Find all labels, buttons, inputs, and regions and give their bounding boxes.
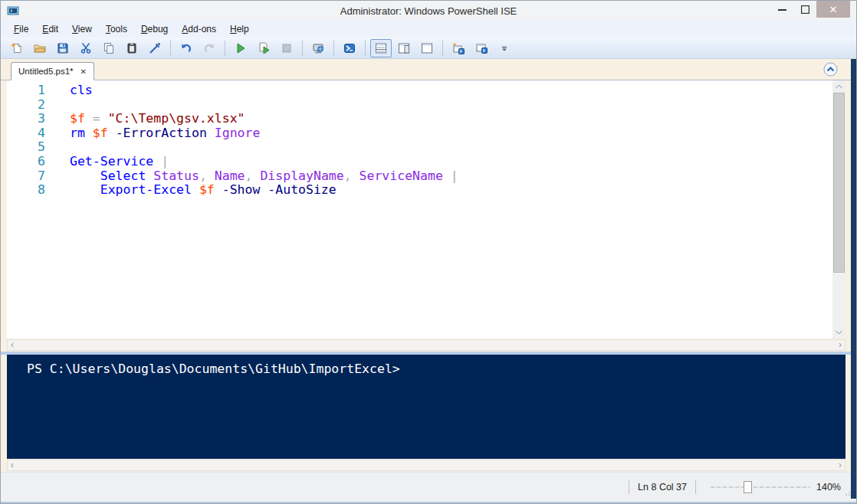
- stop-operation-button[interactable]: [276, 39, 297, 57]
- window-border-right: [851, 59, 856, 499]
- powershell-ise-window: Administrator: Windows PowerShell ISE ✕ …: [0, 0, 857, 504]
- editor-row: 1cls23$f = "C:\Temp\gsv.xlsx"4rm $f -Err…: [1, 80, 856, 339]
- status-bar: Ln 8 Col 37 140%: [1, 472, 856, 501]
- pstab-run-icon: [475, 42, 488, 54]
- powershell-ise-app-icon: [7, 5, 19, 17]
- run-script-button[interactable]: [230, 39, 251, 57]
- menu-add-ons[interactable]: Add-ons: [175, 22, 223, 36]
- menu-file[interactable]: File: [7, 22, 35, 36]
- editor-horizontal-scrollbar[interactable]: ‹ ›: [7, 339, 846, 351]
- code-line: 4rm $f -ErrorAction Ignore: [7, 126, 832, 141]
- minimize-button[interactable]: [770, 1, 793, 18]
- stop-icon: [281, 42, 293, 54]
- line-number: 6: [7, 155, 45, 169]
- new-powershell-tab-button[interactable]: [448, 39, 469, 57]
- undo-icon: [180, 42, 192, 54]
- console-pane[interactable]: PS C:\Users\Douglas\Documents\GitHub\Imp…: [7, 355, 846, 459]
- redo-button[interactable]: [199, 39, 220, 57]
- clear-console-pane-button[interactable]: [144, 39, 166, 57]
- remote-tab-icon: [312, 42, 324, 54]
- scroll-right-icon[interactable]: ›: [839, 460, 842, 470]
- menu-bar: FileEditViewToolsDebugAdd-onsHelp: [1, 21, 856, 38]
- toolbar-separator: [170, 41, 171, 56]
- statusbar-separator: [629, 480, 629, 494]
- zoom-slider[interactable]: [711, 480, 810, 494]
- zoom-slider-track[interactable]: [711, 486, 810, 488]
- menu-tools[interactable]: Tools: [99, 22, 134, 36]
- toolbar: [1, 38, 856, 59]
- zoom-slider-thumb[interactable]: [744, 481, 752, 493]
- scroll-right-icon[interactable]: ›: [839, 339, 842, 350]
- copy-button[interactable]: [98, 39, 120, 57]
- layout-top-icon: [375, 42, 387, 54]
- toolbar-separator: [302, 41, 303, 56]
- tab-untitled5[interactable]: Untitled5.ps1* ✕: [11, 62, 94, 80]
- code-line: 8 Export-Excel $f -Show -AutoSize: [7, 183, 832, 198]
- toolbar-overflow-button[interactable]: [494, 39, 515, 57]
- show-script-pane-maximized-button[interactable]: [416, 39, 438, 57]
- console-horizontal-scrollbar[interactable]: ‹ ›: [7, 460, 846, 471]
- copy-icon: [103, 42, 115, 54]
- collapse-script-pane-button[interactable]: [823, 62, 838, 77]
- menu-view[interactable]: View: [65, 22, 99, 36]
- start-powershell-exe-button[interactable]: [339, 39, 360, 57]
- cut-button[interactable]: [75, 39, 97, 57]
- new-remote-powershell-tab-button[interactable]: [307, 39, 329, 57]
- editor-scrollbar-thumb[interactable]: [833, 93, 845, 273]
- layout-right-icon: [398, 42, 410, 54]
- titlebar[interactable]: Administrator: Windows PowerShell ISE ✕: [1, 1, 856, 21]
- tab-close-icon[interactable]: ✕: [80, 67, 87, 76]
- window-border-bottom: [1, 499, 856, 503]
- toolbar-separator: [225, 41, 225, 56]
- code-line: 7 Select Status, Name, DisplayName, Serv…: [7, 169, 832, 184]
- menu-help[interactable]: Help: [223, 22, 256, 36]
- run-icon: [235, 42, 247, 54]
- pstab-new-icon: [452, 42, 465, 54]
- maximize-button[interactable]: [793, 1, 816, 18]
- show-script-pane-top-button[interactable]: [370, 39, 392, 57]
- scroll-up-icon[interactable]: [832, 80, 846, 93]
- line-number: 2: [7, 98, 45, 113]
- menu-debug[interactable]: Debug: [134, 22, 175, 36]
- powershell-icon: [343, 42, 356, 54]
- overflow-icon: [498, 42, 511, 54]
- code-line: 5: [7, 140, 832, 155]
- show-script-pane-right-button[interactable]: [393, 39, 415, 57]
- show-command-window-button[interactable]: [471, 39, 492, 57]
- scroll-left-icon[interactable]: ‹: [11, 339, 14, 350]
- editor-vertical-scrollbar[interactable]: [832, 80, 846, 339]
- code-text: Select Status, Name, DisplayName, Servic…: [70, 169, 458, 184]
- run-selection-icon: [258, 42, 270, 54]
- script-editor[interactable]: 1cls23$f = "C:\Temp\gsv.xlsx"4rm $f -Err…: [7, 80, 832, 339]
- chevron-up-icon: [823, 62, 838, 77]
- statusbar-separator: [695, 480, 696, 494]
- paste-icon: [126, 42, 138, 54]
- code-text: cls: [70, 83, 93, 98]
- open-script-button[interactable]: [29, 39, 51, 57]
- toolbar-separator: [333, 41, 334, 56]
- layout-max-icon: [421, 42, 433, 54]
- code-text: $f = "C:\Temp\gsv.xlsx": [70, 112, 245, 126]
- redo-icon: [203, 42, 215, 54]
- code-text: rm $f -ErrorAction Ignore: [70, 126, 260, 141]
- new-script-button[interactable]: [6, 39, 28, 57]
- scroll-left-icon[interactable]: ‹: [11, 460, 14, 470]
- paste-button[interactable]: [121, 39, 143, 57]
- save-script-button[interactable]: [52, 39, 74, 57]
- close-button[interactable]: ✕: [816, 1, 850, 18]
- new-icon: [11, 42, 23, 54]
- menu-edit[interactable]: Edit: [35, 22, 65, 36]
- code-line: 2: [7, 98, 832, 113]
- scroll-down-icon[interactable]: [832, 326, 846, 339]
- cut-icon: [80, 42, 92, 54]
- line-number: 4: [7, 126, 45, 141]
- line-number: 7: [7, 169, 45, 184]
- tab-strip: Untitled5.ps1* ✕: [1, 59, 856, 80]
- cursor-position: Ln 8 Col 37: [638, 482, 687, 493]
- zoom-level: 140%: [816, 482, 841, 493]
- undo-button[interactable]: [176, 39, 197, 57]
- run-selection-button[interactable]: [253, 39, 274, 57]
- code-text: Get-Service |: [70, 155, 169, 169]
- line-number: 3: [7, 112, 45, 126]
- toolbar-separator: [442, 41, 443, 56]
